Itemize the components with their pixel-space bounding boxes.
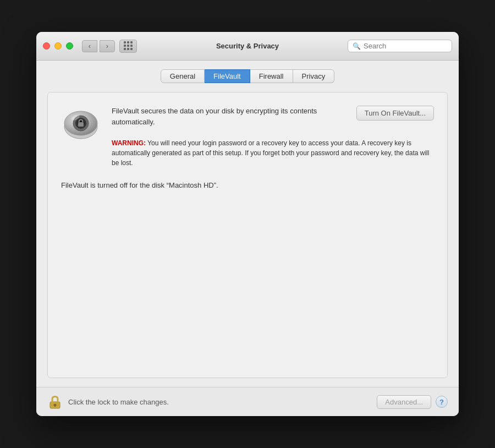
warning-paragraph: WARNING: You will need your login passwo… xyxy=(112,138,434,168)
bottom-bar: Click the lock to make changes. Advanced… xyxy=(36,387,459,416)
filevault-icon xyxy=(61,106,101,145)
grid-icon xyxy=(124,41,133,51)
titlebar: ‹ › Security & Privacy 🔍 xyxy=(36,32,459,61)
turn-on-filevault-button[interactable]: Turn On FileVault... xyxy=(356,106,434,121)
advanced-button[interactable]: Advanced... xyxy=(377,395,431,409)
help-button[interactable]: ? xyxy=(436,396,448,408)
nav-buttons: ‹ › xyxy=(82,40,115,52)
tab-general[interactable]: General xyxy=(161,69,205,83)
filevault-status: FileVault is turned off for the disk “Ma… xyxy=(61,181,434,189)
warning-label: WARNING: xyxy=(112,139,146,147)
lock-icon[interactable] xyxy=(47,394,63,409)
traffic-lights xyxy=(43,42,73,50)
lock-text: Click the lock to make changes. xyxy=(68,398,377,406)
filevault-panel: FileVault secures the data on your disk … xyxy=(47,92,448,378)
grid-view-button[interactable] xyxy=(119,40,137,53)
search-box[interactable]: 🔍 xyxy=(348,40,452,52)
tab-filevault[interactable]: FileVault xyxy=(205,69,250,83)
window: ‹ › Security & Privacy 🔍 General FileVau… xyxy=(36,32,459,416)
content-area: General FileVault Firewall Privacy xyxy=(36,61,459,387)
minimize-button[interactable] xyxy=(54,42,62,50)
search-icon: 🔍 xyxy=(353,42,361,50)
search-input[interactable] xyxy=(364,42,447,50)
forward-button[interactable]: › xyxy=(100,40,115,52)
svg-rect-5 xyxy=(78,122,84,127)
panel-top: FileVault secures the data on your disk … xyxy=(61,106,434,168)
warning-body: You will need your login password or a r… xyxy=(112,139,429,167)
tabs: General FileVault Firewall Privacy xyxy=(47,69,448,83)
maximize-button[interactable] xyxy=(66,42,73,50)
tab-privacy[interactable]: Privacy xyxy=(293,69,335,83)
svg-rect-9 xyxy=(54,405,56,407)
window-title: Security & Privacy xyxy=(216,42,279,50)
filevault-description: FileVault secures the data on your disk … xyxy=(112,106,348,127)
close-button[interactable] xyxy=(43,42,50,50)
back-button[interactable]: ‹ xyxy=(82,40,97,52)
tab-firewall[interactable]: Firewall xyxy=(250,69,293,83)
